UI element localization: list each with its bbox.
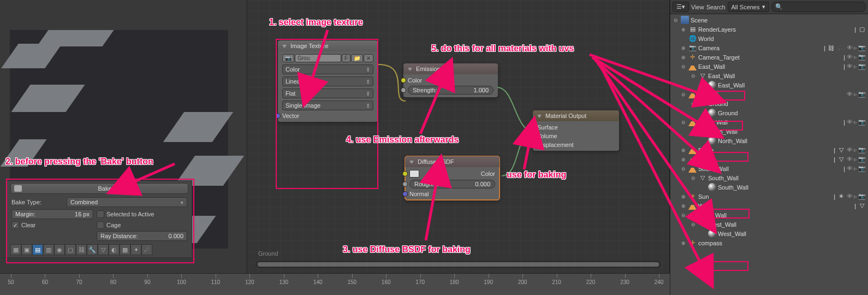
world-row[interactable]: World bbox=[670, 34, 868, 43]
bake-type-dropdown[interactable]: Combined bbox=[67, 197, 187, 207]
ground-mat-row[interactable]: Ground bbox=[670, 108, 868, 117]
colorspace-dropdown[interactable]: Color bbox=[282, 64, 373, 74]
diffuse-header[interactable]: Diffuse BSDF bbox=[405, 156, 500, 167]
render-tab-icon[interactable]: ▦ bbox=[10, 244, 21, 255]
node-editor[interactable]: Image Texture Color Alpha 📷 Grou F 📁 ✕ C… bbox=[247, 0, 670, 273]
cage-checkbox[interactable] bbox=[97, 221, 104, 229]
context-tab-row: ▦ ▣ ▤ ▥ ◉ ▢ ⛓ 🔧 ▽ ◐ ▩ ✦ ☄ bbox=[7, 242, 192, 257]
east-wall-mat-row[interactable]: East_Wall bbox=[670, 80, 868, 90]
modifier-tab-icon[interactable]: 🔧 bbox=[87, 244, 98, 255]
object-tab-icon[interactable]: ▢ bbox=[65, 244, 76, 255]
sun-row[interactable]: ⊕☀Sun|☀👁▹📷 bbox=[670, 192, 868, 201]
emission-node[interactable]: Emission Emission Color Strength:1.000 bbox=[403, 63, 498, 98]
world-tab-icon[interactable]: ◉ bbox=[54, 244, 65, 255]
east-wall-row[interactable]: ⊖East_Wall|👁▹📷 bbox=[670, 62, 868, 71]
collapse-icon[interactable] bbox=[282, 45, 287, 48]
normal-input-socket[interactable] bbox=[402, 191, 408, 197]
timeline-ruler[interactable]: 5060708090100110120130140150160170180190… bbox=[0, 273, 670, 295]
north-wall-row[interactable]: ⊖North_Wall|👁▹📷 bbox=[670, 117, 868, 127]
color-input-socket[interactable] bbox=[401, 78, 406, 83]
west-wall-mesh-row[interactable]: ⊖▽West_Wall bbox=[670, 220, 868, 229]
bake-panel-header[interactable]: Bake bbox=[10, 183, 188, 194]
volume-input-socket[interactable] bbox=[530, 133, 536, 139]
mesh-object-icon bbox=[688, 62, 697, 70]
color-input-socket[interactable] bbox=[402, 171, 408, 176]
south-wall-row[interactable]: ⊖South_Wall|👁▹📷 bbox=[670, 164, 868, 173]
vector-input-socket[interactable] bbox=[275, 113, 281, 119]
north-wall-mat-row[interactable]: North_Wall bbox=[670, 136, 868, 145]
view-menu[interactable]: View bbox=[691, 4, 704, 10]
west-wall-mat-row[interactable]: West_Wall bbox=[670, 229, 868, 238]
physics-tab-icon[interactable]: ☄ bbox=[141, 244, 152, 255]
browse-image-icon[interactable]: 📷 bbox=[282, 54, 294, 62]
editor-type-dropdown[interactable]: ☰▾ bbox=[673, 2, 689, 12]
scrollbar-thumb[interactable] bbox=[258, 262, 659, 267]
frame-mode-dropdown[interactable]: Single Image bbox=[282, 101, 373, 110]
roughness-value[interactable]: Roughness:0.000 bbox=[409, 180, 495, 188]
data-tab-icon[interactable]: ▽ bbox=[98, 244, 109, 255]
strength-value[interactable]: Strength:1.000 bbox=[408, 86, 494, 95]
visibility-icon[interactable]: 👁 bbox=[847, 44, 853, 51]
scene-tab-icon[interactable]: ▥ bbox=[43, 244, 54, 255]
selectable-icon[interactable]: ▹ bbox=[854, 44, 857, 51]
search-field[interactable]: 🔍 bbox=[771, 2, 866, 12]
clear-checkbox[interactable]: ✓ bbox=[11, 221, 19, 229]
fake-user-button[interactable]: F bbox=[342, 54, 350, 62]
collapse-icon[interactable] bbox=[408, 68, 412, 71]
ruler-label: 70 bbox=[76, 279, 82, 285]
render-icon[interactable]: 📷 bbox=[858, 44, 866, 51]
projection-dropdown[interactable]: Flat bbox=[282, 88, 373, 98]
image-texture-node[interactable]: Image Texture Color Alpha 📷 Grou F 📁 ✕ C… bbox=[277, 40, 378, 122]
south-wall-mat-row[interactable]: South_Wall bbox=[670, 182, 868, 192]
camera-target-row[interactable]: ⊕✛Camera_Target|👁▹📷 bbox=[670, 52, 868, 62]
collapse-icon[interactable] bbox=[537, 115, 542, 118]
renderlayers-row[interactable]: ⊕▤RenderLayers|▢ bbox=[670, 25, 868, 34]
mesh-data-icon: ▽ bbox=[698, 99, 706, 108]
west-wall-row[interactable]: ⊖West_Wall bbox=[670, 210, 868, 220]
color-swatch[interactable] bbox=[409, 170, 419, 178]
texture-tab-icon[interactable]: ▩ bbox=[120, 244, 130, 255]
emission-header[interactable]: Emission bbox=[403, 63, 498, 74]
margin-spinner[interactable]: Margin:16 px bbox=[11, 209, 93, 219]
surface-input-socket[interactable] bbox=[530, 125, 536, 130]
layers-tab-icon[interactable]: ▣ bbox=[21, 244, 32, 255]
image-browse-strip[interactable]: 📷 Grou F 📁 ✕ bbox=[282, 54, 373, 62]
compass-row[interactable]: ⊕✛compass bbox=[670, 238, 868, 247]
walls-row[interactable]: ⊕Walls|▽ bbox=[670, 201, 868, 210]
display-mode-dropdown[interactable]: All Scenes ▾ bbox=[728, 2, 769, 12]
mesh-data-icon: ▽ bbox=[698, 127, 706, 135]
lamp-icon: ☀ bbox=[688, 192, 697, 200]
collapse-icon[interactable] bbox=[409, 161, 414, 164]
roof-row[interactable]: ⊕Roof|▽👁▹📷 bbox=[670, 155, 868, 164]
strength-input-socket[interactable] bbox=[401, 87, 406, 93]
horizontal-scrollbar[interactable] bbox=[256, 261, 661, 268]
material-icon bbox=[708, 229, 716, 238]
north-wall-mesh-row[interactable]: ⊖▽North_Wall bbox=[670, 127, 868, 136]
search-menu[interactable]: Search bbox=[706, 4, 726, 10]
plane-row[interactable]: ⊕Plane|▽👁▹📷 bbox=[670, 145, 868, 155]
ground-row[interactable]: ⊖Ground👁▹📷 bbox=[670, 90, 868, 99]
material-output-header[interactable]: Material Output bbox=[533, 110, 619, 121]
ray-distance-spinner[interactable]: Ray Distance:0.000 bbox=[97, 231, 187, 241]
scene-row[interactable]: ⊖Scene bbox=[670, 15, 868, 25]
ground-mesh-row[interactable]: ⊖▽Ground bbox=[670, 99, 868, 108]
roughness-input-socket[interactable] bbox=[402, 181, 408, 187]
render-layers-tab-icon[interactable]: ▤ bbox=[32, 244, 43, 255]
material-output-node[interactable]: Material Output Surface Volume Displacem… bbox=[532, 110, 620, 151]
selected-to-active-checkbox[interactable] bbox=[97, 210, 104, 218]
image-name-field[interactable]: Grou bbox=[295, 54, 341, 62]
particles-tab-icon[interactable]: ✦ bbox=[130, 244, 141, 255]
new-image-icon[interactable]: 📁 bbox=[351, 54, 363, 62]
world-icon bbox=[688, 34, 697, 43]
camera-row[interactable]: ⊕📷Camera|⛓🎥👁▹📷 bbox=[670, 43, 868, 52]
diffuse-bsdf-node[interactable]: Diffuse BSDF BSDF Color Roughness:0.000 … bbox=[405, 156, 500, 200]
material-tab-icon[interactable]: ◐ bbox=[109, 244, 120, 255]
unlink-image-icon[interactable]: ✕ bbox=[364, 54, 373, 62]
constraint-tab-icon[interactable]: ⛓ bbox=[76, 244, 87, 255]
east-wall-mesh-row[interactable]: ⊖▽East_Wall bbox=[670, 71, 868, 80]
displacement-input-socket[interactable] bbox=[530, 142, 536, 148]
interpolation-dropdown[interactable]: Linear bbox=[282, 76, 373, 86]
south-wall-mesh-row[interactable]: ⊖▽South_Wall bbox=[670, 173, 868, 182]
image-texture-header[interactable]: Image Texture bbox=[278, 40, 378, 51]
empty-icon: ✛ bbox=[688, 53, 697, 61]
